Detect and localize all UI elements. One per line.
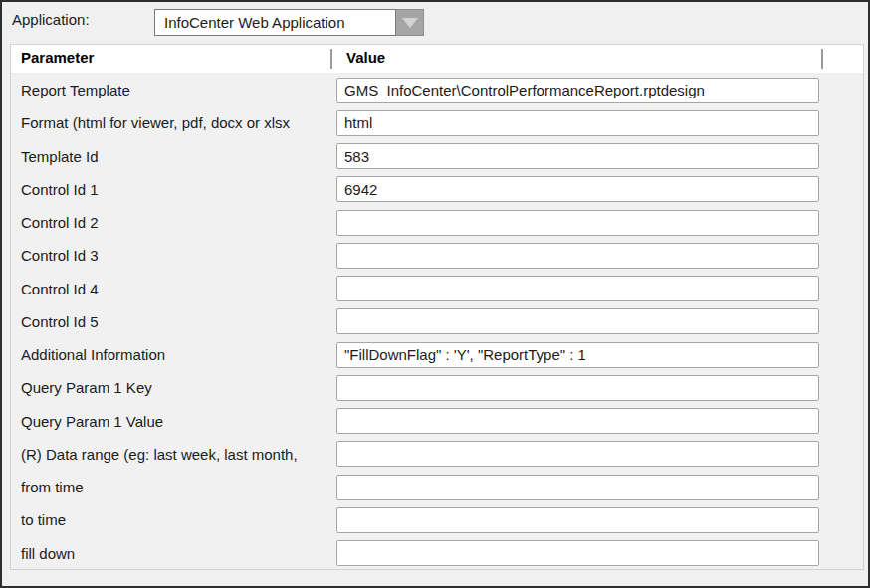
table-row: from time (11, 471, 863, 503)
parameter-label: Query Param 1 Key (11, 379, 336, 396)
column-divider (821, 49, 823, 69)
value-input[interactable] (336, 507, 819, 533)
value-input[interactable] (336, 78, 819, 103)
parameter-label: Format (html for viewer, pdf, docx or xl… (11, 114, 336, 131)
value-input[interactable] (336, 540, 819, 566)
table-row: Control Id 3 (11, 239, 863, 272)
application-select[interactable]: InfoCenter Web Application (154, 9, 396, 36)
parameter-label: Control Id 1 (11, 181, 336, 198)
table-row: Query Param 1 Key (11, 371, 863, 404)
table-row: (R) Data range (eg: last week, last mont… (11, 438, 863, 471)
dropdown-button[interactable] (396, 9, 424, 36)
table-row: fill down (11, 537, 863, 570)
parameter-label: Query Param 1 Value (11, 413, 336, 430)
parameter-label: Control Id 5 (11, 313, 336, 330)
value-input[interactable] (336, 342, 819, 368)
value-input[interactable] (336, 110, 819, 136)
parameter-label: from time (11, 479, 336, 495)
application-dropdown[interactable]: InfoCenter Web Application (154, 9, 424, 36)
table-row: Control Id 1 (11, 173, 863, 206)
table-body: Report Template Format (html for viewer,… (11, 74, 863, 570)
table-header: Parameter Value (11, 45, 863, 74)
column-header-value: Value (346, 49, 385, 66)
table-row: to time (11, 503, 863, 536)
value-input[interactable] (336, 276, 819, 301)
table-row: Control Id 2 (11, 206, 863, 239)
parameter-label: Report Template (11, 82, 336, 98)
parameter-label: fill down (11, 545, 336, 562)
table-row: Report Template (11, 74, 863, 106)
chevron-down-icon (402, 18, 418, 28)
parameter-table: Parameter Value Report Template Format (… (10, 44, 864, 570)
application-label: Application: (12, 11, 90, 28)
parameter-label: Additional Information (11, 346, 336, 363)
column-divider (330, 49, 332, 69)
parameter-label: Control Id 2 (11, 214, 336, 231)
value-input[interactable] (336, 143, 819, 169)
value-input[interactable] (336, 176, 819, 202)
table-row: Control Id 5 (11, 305, 863, 338)
table-row: Additional Information (11, 338, 863, 371)
parameter-label: Control Id 3 (11, 247, 336, 264)
parameter-label: to time (11, 511, 336, 528)
column-header-parameter: Parameter (21, 49, 94, 66)
parameter-label: Control Id 4 (11, 281, 336, 297)
parameter-label: (R) Data range (eg: last week, last mont… (11, 446, 336, 463)
value-input[interactable] (336, 308, 819, 334)
value-input[interactable] (336, 475, 819, 500)
parameter-label: Template Id (11, 148, 336, 165)
value-input[interactable] (336, 210, 819, 236)
value-input[interactable] (336, 408, 819, 434)
table-row: Query Param 1 Value (11, 405, 863, 438)
table-row: Format (html for viewer, pdf, docx or xl… (11, 106, 863, 139)
application-row: Application: InfoCenter Web Application (2, 2, 868, 44)
parameter-panel: Application: InfoCenter Web Application … (0, 0, 870, 588)
table-row: Template Id (11, 140, 863, 173)
value-input[interactable] (336, 375, 819, 401)
value-input[interactable] (336, 441, 819, 467)
value-input[interactable] (336, 243, 819, 269)
table-row: Control Id 4 (11, 273, 863, 305)
